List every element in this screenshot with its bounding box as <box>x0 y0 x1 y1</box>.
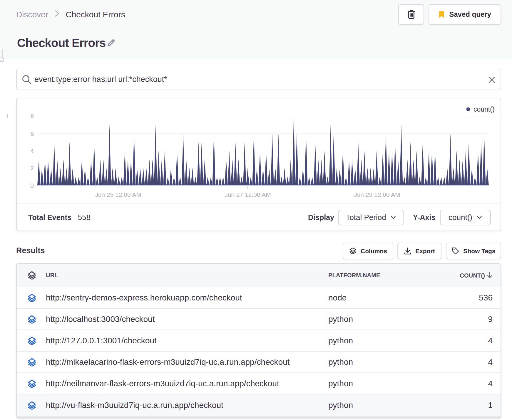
svg-text:4: 4 <box>30 147 34 154</box>
svg-text:6: 6 <box>30 130 34 137</box>
svg-text:Jun 25 12:00 AM: Jun 25 12:00 AM <box>95 191 141 198</box>
svg-text:count(): count() <box>473 105 495 113</box>
svg-text:Jun 29 12:00 AM: Jun 29 12:00 AM <box>354 191 400 198</box>
svg-text:8: 8 <box>30 113 34 120</box>
svg-text:Jun 27 12:00 AM: Jun 27 12:00 AM <box>225 191 271 198</box>
svg-text:2: 2 <box>30 165 34 172</box>
svg-text:0: 0 <box>30 182 34 189</box>
